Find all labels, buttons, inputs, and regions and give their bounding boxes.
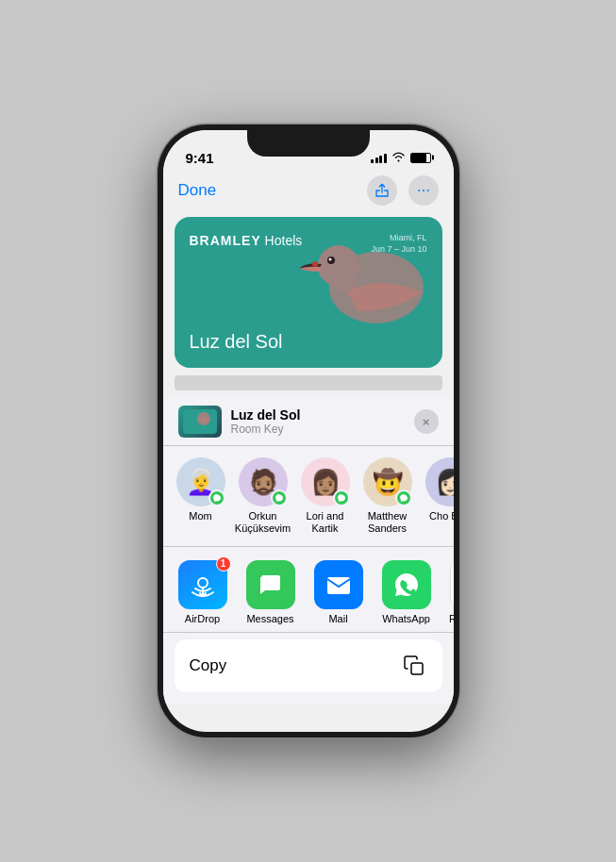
contact-matthew[interactable]: 🤠 Matthew Sanders: [358, 457, 418, 535]
whatsapp-label: WhatsApp: [382, 613, 430, 624]
guest-name: Luz del Sol: [190, 331, 283, 353]
icon-wrap: [450, 560, 454, 609]
contact-name: Matthew Sanders: [358, 510, 418, 535]
icon-wrap: [314, 560, 363, 609]
avatar-wrap: 👩🏽: [301, 457, 350, 506]
messages-icon: [246, 560, 295, 609]
copy-row[interactable]: Copy: [175, 639, 442, 692]
phone-screen: 9:41: [163, 130, 454, 732]
svg-point-1: [423, 190, 425, 191]
contact-lori[interactable]: 👩🏽 Lori and Kartik: [295, 457, 356, 535]
share-button[interactable]: [367, 175, 397, 206]
signal-icon: [371, 152, 387, 163]
app-mail[interactable]: Mail: [307, 560, 371, 624]
copy-label: Copy: [190, 656, 227, 675]
svg-point-2: [426, 190, 428, 191]
icon-wrap: [246, 560, 295, 609]
share-header: Luz del Sol Room Key ×: [163, 394, 454, 446]
svg-point-10: [198, 578, 208, 588]
airdrop-label: AirDrop: [185, 613, 220, 624]
hotel-card: BRAMLEY Hotels Miami, FL Jun 7 – Jun 10: [175, 217, 442, 368]
flamingo-illustration: [282, 236, 442, 358]
phone-frame: 9:41: [158, 124, 459, 738]
svg-rect-19: [411, 663, 423, 674]
app-messages[interactable]: Messages: [239, 560, 303, 624]
contact-mom[interactable]: 👩‍🦳 Mom: [171, 457, 231, 535]
avatar-wrap: 🧔🏽: [239, 457, 288, 506]
share-item-title: Luz del Sol: [231, 407, 414, 423]
share-info: Luz del Sol Room Key: [231, 407, 414, 436]
contact-name: Orkun Küçüksevim: [233, 510, 293, 535]
battery-icon: [410, 153, 431, 163]
message-badge: [395, 489, 412, 506]
message-badge: [333, 489, 350, 506]
share-thumbnail: [178, 406, 222, 438]
mail-icon: [314, 560, 363, 609]
share-sheet: Luz del Sol Room Key × 👩‍🦳 Mom 🧔🏽 Orkun …: [163, 394, 454, 704]
contact-orkun[interactable]: 🧔🏽 Orkun Küçüksevim: [233, 457, 293, 535]
more-button[interactable]: [408, 175, 439, 206]
icon-wrap: 1: [178, 560, 227, 609]
share-item-subtitle: Room Key: [231, 423, 414, 436]
top-navigation: Done: [163, 172, 454, 213]
contact-name: Lori and Kartik: [295, 510, 356, 535]
svg-point-7: [312, 261, 318, 267]
reminders-icon: [450, 560, 454, 609]
status-time: 9:41: [186, 150, 214, 166]
mail-label: Mail: [328, 613, 347, 624]
copy-icon: [401, 653, 427, 679]
contact-name: Mom: [189, 510, 211, 522]
share-close-button[interactable]: ×: [414, 409, 439, 434]
message-badge: [271, 489, 288, 506]
done-button[interactable]: Done: [178, 181, 217, 200]
svg-point-6: [328, 258, 331, 261]
sheet-divider-2: [163, 632, 454, 633]
icon-wrap: [382, 560, 431, 609]
status-icons: [371, 151, 431, 165]
avatar: 👩🏻: [425, 457, 454, 506]
reminders-label: Reminders: [449, 613, 454, 624]
avatar-wrap: 👩🏻: [425, 457, 454, 506]
app-reminders[interactable]: Reminders: [442, 560, 454, 624]
app-airdrop[interactable]: 1 AirDrop: [171, 560, 235, 624]
whatsapp-icon: [382, 560, 431, 609]
wifi-icon: [391, 151, 406, 165]
contacts-row: 👩‍🦳 Mom 🧔🏽 Orkun Küçüksevim 👩🏽 Lori and …: [163, 446, 454, 546]
below-card-hint: [175, 375, 442, 390]
messages-label: Messages: [246, 613, 293, 624]
nav-action-icons: [367, 175, 439, 206]
contact-cho[interactable]: 👩🏻 Cho Boo: [420, 457, 454, 535]
avatar-wrap: 🤠: [363, 457, 412, 506]
apps-row: 1 AirDrop Messages Mail: [163, 547, 454, 632]
svg-point-0: [418, 190, 420, 191]
app-whatsapp[interactable]: WhatsApp: [375, 560, 439, 624]
notch: [247, 130, 370, 157]
avatar-wrap: 👩‍🦳: [176, 457, 225, 506]
message-badge: [208, 489, 225, 506]
contact-name: Cho Boo: [429, 510, 453, 522]
airdrop-badge: 1: [216, 556, 231, 572]
